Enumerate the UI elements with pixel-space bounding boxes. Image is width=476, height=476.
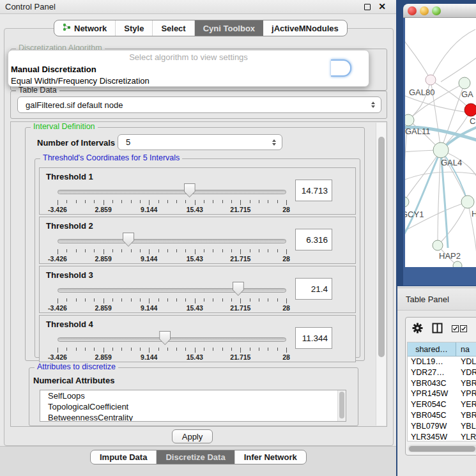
slider-tick	[121, 298, 122, 302]
slider-thumb[interactable]	[184, 183, 196, 197]
network-node-hap2[interactable]	[433, 240, 443, 250]
network-node-ga[interactable]	[459, 77, 470, 89]
table-data-combobox[interactable]: galFiltered.sif default node	[17, 96, 381, 113]
attribute-list-item[interactable]: BetweennessCentrality	[40, 412, 346, 422]
control-panel-titlebar: Control Panel ✕	[0, 0, 397, 14]
network-node-label: H	[472, 209, 476, 219]
table-row[interactable]: YBL079WYBL0	[408, 421, 476, 432]
network-edge[interactable]	[441, 56, 476, 82]
slider-tick	[66, 348, 67, 351]
table-row[interactable]: YDL19…YDL1	[408, 357, 476, 367]
table-row[interactable]: YER054CYER0	[408, 399, 476, 410]
close-traffic-light-icon[interactable]	[408, 6, 417, 15]
network-edge[interactable]	[405, 172, 476, 181]
slider-tick	[76, 348, 77, 351]
zoom-traffic-light-icon[interactable]	[432, 6, 441, 15]
network-edge[interactable]	[431, 29, 475, 80]
table-panel-title: Table Panel	[406, 295, 449, 304]
numerical-attributes-list: SelfLoopsTopologicalCoefficientBetweenne…	[40, 390, 346, 422]
algorithm-option-manual[interactable]: Manual Discretization	[8, 64, 369, 75]
slider-track[interactable]	[58, 337, 286, 342]
tab-infer-network[interactable]: Infer Network	[235, 450, 306, 464]
slider-tick	[121, 200, 122, 203]
slider-track[interactable]	[58, 288, 286, 293]
cytoscape-desktop: GAL80GACGAL11GAL4GCY1HHAP2 Table Panel	[396, 0, 476, 476]
tab-discretize-data[interactable]: Discretize Data	[157, 450, 234, 464]
attribute-list-item[interactable]: SelfLoops	[40, 390, 346, 401]
table-row[interactable]: YBR043CYBR0	[408, 378, 476, 389]
table-horizontal-scrollbar[interactable]	[408, 445, 476, 452]
threshold-value-field[interactable]: 21.4	[295, 278, 332, 300]
network-edge-highlighted[interactable]	[405, 150, 441, 238]
slider-tick-label: 21.715	[230, 255, 250, 263]
threshold-slider[interactable]: -3.4262.8599.14415.4321.71528	[58, 233, 286, 265]
slider-tick-label: 9.144	[141, 206, 157, 213]
threshold-slider[interactable]: -3.4262.8599.14415.4321.71528	[58, 183, 286, 215]
threshold-value-field[interactable]: 14.713	[295, 180, 332, 201]
tab-style[interactable]: Style	[116, 20, 153, 36]
table-row[interactable]: YBR045CYBR0	[408, 410, 476, 421]
column-header-name[interactable]: na	[456, 342, 476, 356]
network-node-unlabeled[interactable]	[453, 261, 462, 267]
network-node-gcy1[interactable]	[405, 197, 409, 207]
table-horizontal-scrollbar-thumb[interactable]	[409, 446, 475, 452]
slider-thumb-face	[160, 332, 170, 344]
tab-cyni-toolbox[interactable]: Cyni Toolbox	[195, 20, 263, 36]
slider-tick	[231, 298, 232, 302]
network-node-h[interactable]	[461, 196, 474, 208]
close-icon[interactable]: ✕	[378, 1, 386, 12]
tab-jactivemnodules[interactable]: jActiveMNodules	[263, 20, 347, 36]
float-window-icon[interactable]	[364, 4, 371, 10]
network-edge[interactable]	[405, 37, 431, 80]
slider-tick-label: 15.43	[187, 353, 203, 361]
algorithm-combobox-fragment[interactable]	[331, 59, 351, 77]
slider-tick	[268, 249, 268, 252]
network-node-gal11[interactable]	[405, 114, 414, 126]
table-row[interactable]: YPR145WYPR1	[408, 388, 476, 399]
slider-track[interactable]	[58, 239, 286, 243]
slider-tick	[66, 249, 67, 252]
split-columns-icon[interactable]	[432, 323, 443, 336]
attribute-list-item[interactable]: TopologicalCoefficient	[40, 401, 346, 412]
slider-tick	[158, 298, 159, 302]
list-scrollbar[interactable]	[337, 390, 346, 421]
column-header-shared[interactable]: shared…	[408, 342, 456, 356]
slider-thumb[interactable]	[123, 233, 134, 247]
threshold-value-field[interactable]: 11.344	[295, 327, 332, 349]
algorithm-dropdown-popup: Select algorithm to view settings Manual…	[8, 50, 369, 87]
apply-button[interactable]: Apply	[172, 429, 213, 443]
slider-tick	[277, 249, 278, 252]
checkboxes-icon[interactable]	[452, 323, 467, 335]
settings-scrollbar[interactable]	[376, 123, 386, 426]
tab-select[interactable]: Select	[153, 20, 194, 36]
algorithm-option-equal-width[interactable]: Equal Width/Frequency Discretization	[8, 75, 369, 87]
slider-thumb[interactable]	[159, 331, 171, 345]
network-edge[interactable]	[408, 80, 431, 120]
slider-tick	[213, 298, 213, 302]
slider-thumb[interactable]	[233, 282, 244, 296]
number-of-intervals-combobox[interactable]: 5	[118, 134, 282, 150]
slider-tick	[213, 348, 213, 351]
gear-icon[interactable]	[412, 323, 423, 336]
table-row[interactable]: YDR27…YDR2	[408, 367, 476, 378]
slider-track[interactable]	[58, 190, 286, 194]
tab-impute-data[interactable]: Impute Data	[91, 450, 157, 464]
threshold-slider[interactable]: -3.4262.8599.14415.4321.71528	[58, 331, 286, 363]
table-row[interactable]: YLR345WYLR3	[408, 432, 476, 441]
network-node-gal80[interactable]	[426, 75, 436, 85]
network-edge[interactable]	[438, 202, 468, 245]
settings-scrollbar-thumb[interactable]	[378, 137, 385, 357]
threshold-slider[interactable]: -3.4262.8599.14415.4321.71528	[58, 282, 286, 314]
network-canvas[interactable]: GAL80GACGAL11GAL4GCY1HHAP2	[405, 18, 476, 267]
minimize-traffic-light-icon[interactable]	[420, 6, 429, 15]
slider-tick-label: 9.144	[141, 353, 157, 361]
slider-tick	[149, 200, 150, 205]
slider-tick	[195, 348, 196, 353]
table-cell-name: YPR1	[456, 388, 476, 399]
network-node-c[interactable]	[464, 104, 476, 116]
slider-tick	[231, 348, 232, 351]
tab-network[interactable]: Network	[54, 20, 116, 36]
threshold-value-field[interactable]: 6.316	[295, 229, 332, 250]
slider-tick	[176, 200, 177, 203]
network-node-gal4[interactable]	[433, 142, 449, 158]
